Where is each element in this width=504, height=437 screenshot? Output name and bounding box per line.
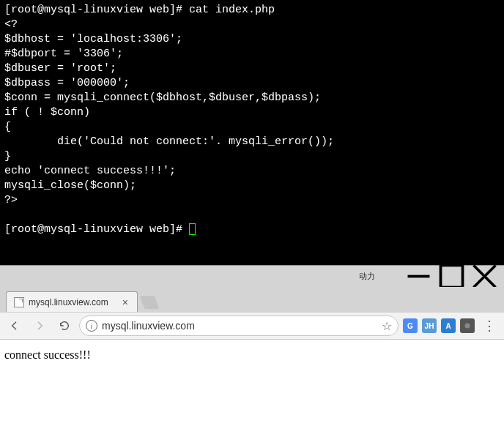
terminal-text: [root@mysql-linuxview web]# cat index.ph… — [4, 4, 334, 236]
url-text: mysql.linuxview.com — [102, 320, 195, 332]
close-button[interactable] — [468, 266, 501, 287]
bookmark-star-icon[interactable]: ☆ — [382, 319, 392, 333]
page-body: connect success!!! — [0, 340, 504, 437]
extension-a-icon[interactable]: A — [441, 318, 456, 333]
file-icon — [14, 297, 24, 307]
new-tab-button[interactable] — [140, 296, 160, 309]
arrow-left-icon — [9, 320, 21, 332]
reload-button[interactable] — [54, 315, 75, 336]
menu-dots-icon: ⋮ — [483, 318, 496, 334]
extension-jh-icon[interactable]: JH — [422, 318, 437, 333]
browser-menu-button[interactable]: ⋮ — [479, 315, 500, 336]
terminal-output[interactable]: [root@mysql-linuxview web]# cat index.ph… — [0, 0, 504, 265]
extension-translate-icon[interactable]: G — [403, 318, 418, 333]
site-info-icon[interactable]: i — [86, 320, 97, 332]
bug-icon — [462, 321, 472, 331]
titlebar-label: 动力 — [0, 271, 375, 282]
address-bar[interactable]: i mysql.linuxview.com ☆ — [79, 315, 399, 336]
extension-misc-icon[interactable] — [460, 318, 475, 333]
reload-icon — [59, 320, 70, 332]
terminal-cursor — [189, 223, 196, 235]
svg-rect-1 — [441, 266, 463, 288]
back-button[interactable] — [4, 315, 25, 336]
browser-toolbar: i mysql.linuxview.com ☆ G JH A ⋮ — [0, 312, 504, 340]
tab-strip: mysql.linuxview.com × — [0, 287, 504, 312]
page-text: connect success!!! — [4, 348, 91, 361]
arrow-right-icon — [34, 320, 45, 332]
browser-window: 动力 mysql.linuxview.com × i mysql. — [0, 265, 504, 437]
tab-title: mysql.linuxview.com — [29, 297, 108, 307]
forward-button[interactable] — [29, 315, 50, 336]
tab-close-button[interactable]: × — [121, 296, 130, 308]
window-titlebar: 动力 — [0, 265, 504, 287]
svg-point-4 — [465, 324, 470, 329]
minimize-button[interactable] — [402, 266, 435, 287]
maximize-button[interactable] — [435, 266, 468, 287]
browser-tab[interactable]: mysql.linuxview.com × — [6, 291, 138, 312]
